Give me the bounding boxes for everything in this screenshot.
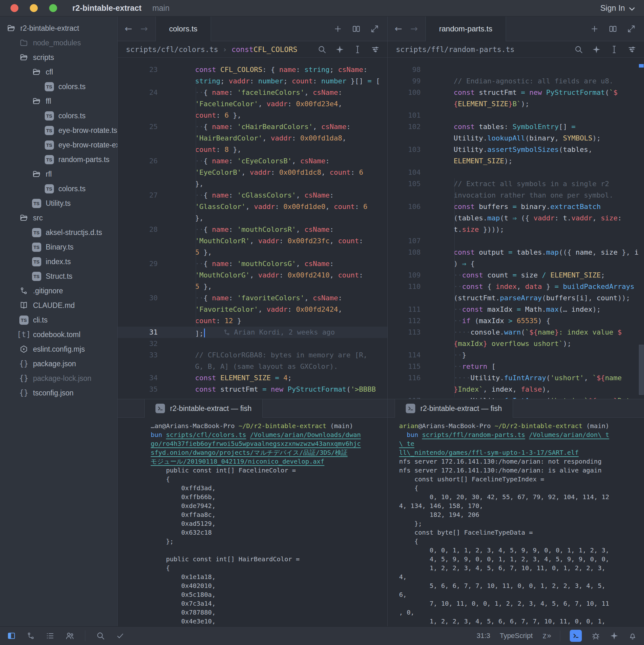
cursor-position[interactable]: 31:3: [477, 632, 490, 640]
code-text: // CFLColorRGBA8: bytes in memory are [R…: [167, 350, 387, 361]
people-icon[interactable]: [65, 631, 74, 640]
panel-left-icon[interactable]: [7, 631, 16, 640]
plus-icon[interactable]: [590, 24, 599, 33]
project-panel[interactable]: r2-bintable-extractnode_modulesscriptscf…: [0, 16, 118, 626]
code-editor[interactable]: 9899// Endian-agnostic: all fields are u…: [388, 58, 644, 399]
tree-item-colors-ts[interactable]: TScolors.ts: [0, 181, 117, 196]
sparkle-icon[interactable]: [335, 45, 344, 54]
code-line: 24··{ name: 'facelineColors', csName:: [118, 87, 387, 98]
minimize-window-button[interactable]: [30, 4, 38, 12]
nav-back-button[interactable]: ←: [125, 23, 132, 34]
tree-item-eye-brow-rotate-extract-ts[interactable]: TSeye-brow-rotate-extract.ts: [0, 138, 117, 152]
editor-toolbar-actions: [574, 45, 644, 54]
check-icon[interactable]: [116, 631, 125, 640]
close-window-button[interactable]: [10, 4, 18, 12]
expand-icon[interactable]: [370, 24, 379, 33]
tree-item-tsconfig-json[interactable]: {}tsconfig.json: [0, 386, 117, 400]
ibeam-icon[interactable]: [353, 45, 362, 54]
tree-item-package-lock-json[interactable]: {}package-lock.json: [0, 371, 117, 386]
tree-item-index-ts[interactable]: TSindex.ts: [0, 254, 117, 269]
tree-item-eslint-config-mjs[interactable]: eslint.config.mjs: [0, 342, 117, 357]
diagnostics-bug-icon[interactable]: [591, 631, 600, 640]
tree-item-cli-ts[interactable]: TScli.ts: [0, 313, 117, 327]
code-line: 35const structFmt = new PyStructFormat('…: [118, 384, 387, 395]
code-line: (structFmt.parseArray(buffers[i], count)…: [388, 292, 644, 304]
code-text: ··}: [429, 350, 644, 361]
tab-bar: ←→random-parts.ts: [388, 16, 644, 41]
zoom-window-button[interactable]: [49, 4, 57, 12]
terminal-line: [151, 546, 387, 555]
tree-item-src[interactable]: src: [0, 211, 117, 225]
language-selector[interactable]: TypeScript: [500, 632, 533, 640]
search-icon[interactable]: [318, 45, 326, 54]
terminal-tab[interactable]: r2-bintable-extract — fish: [394, 399, 513, 418]
split-icon[interactable]: [352, 24, 361, 33]
nav-forward-button[interactable]: →: [140, 23, 148, 34]
tree-item-eye-brow-rotate-ts[interactable]: TSeye-brow-rotate.ts: [0, 123, 117, 138]
notifications-bell-icon[interactable]: [628, 631, 637, 640]
scrollbar-thumb[interactable]: [639, 345, 644, 395]
tab-random-parts.ts[interactable]: random-parts.ts: [426, 16, 506, 41]
edit-prediction-icon[interactable]: z»: [542, 631, 550, 640]
terminal-line: 6,: [399, 590, 644, 599]
tab-colors.ts[interactable]: colors.ts: [155, 16, 211, 41]
split-icon[interactable]: [609, 24, 617, 33]
terminal-icon: [155, 404, 165, 413]
filter-icon[interactable]: [371, 45, 380, 54]
nav-back-button[interactable]: ←: [394, 23, 402, 34]
project-title[interactable]: r2-bintable-extract: [72, 3, 142, 13]
breadcrumb-path[interactable]: scripts/ffl/random-parts.ts: [396, 45, 515, 54]
tree-item-rfl[interactable]: rfl: [0, 167, 117, 181]
code-text: ··return [: [429, 361, 644, 372]
ts-icon: TS: [45, 141, 54, 150]
terminal-panel-toggle[interactable]: [570, 630, 582, 642]
branch-small-icon[interactable]: [27, 632, 35, 640]
tree-item-random-parts-ts[interactable]: TSrandom-parts.ts: [0, 152, 117, 167]
tree-item-utility-ts[interactable]: TSUtility.ts: [0, 196, 117, 211]
tree-item--gitignore[interactable]: .gitignore: [0, 283, 117, 298]
terminal-tab[interactable]: r2-bintable-extract — fish: [144, 399, 263, 418]
filter-icon[interactable]: [628, 45, 636, 54]
git-blame-inline[interactable]: Arian Kordi, 2 weeks ago: [223, 327, 335, 338]
tree-item-colors-ts[interactable]: TScolors.ts: [0, 79, 117, 94]
ts-icon: TS: [44, 141, 54, 150]
code-text: ) ⇒ {: [429, 258, 644, 269]
code-line: 'MouthColorG', vaddr: 0x00fd2410, count:: [118, 269, 387, 281]
tree-item-scripts[interactable]: scripts: [0, 50, 117, 65]
tree-item-struct-ts[interactable]: TSStruct.ts: [0, 269, 117, 283]
tree-item-ffl[interactable]: ffl: [0, 94, 117, 109]
assistant-sparkle-icon[interactable]: [610, 631, 619, 640]
terminal-line: {: [151, 564, 387, 572]
terminal-line: public const int[] FacelineColor =: [151, 466, 387, 475]
tree-item-aksel-structjs-d-ts[interactable]: TSaksel-structjs.d.ts: [0, 225, 117, 240]
code-line: 'MouthColorR', vaddr: 0x00fd23fc, count:: [118, 235, 387, 247]
search-icon[interactable]: [96, 631, 105, 640]
tree-item-cfl[interactable]: cfl: [0, 65, 117, 79]
tree-item-codebook-toml[interactable]: [t]codebook.toml: [0, 327, 117, 342]
terminal-pane-1: r2-bintable-extract — fish…an@Arians-Mac…: [118, 399, 388, 626]
terminal-output[interactable]: arian@Arians-MacBook-Pro ~/D/r2-bintable…: [388, 418, 644, 626]
scrollbar-track[interactable]: [639, 58, 644, 399]
ts-icon: TS: [45, 111, 54, 121]
git-branch-label[interactable]: main: [152, 3, 169, 13]
expand-icon[interactable]: [627, 24, 636, 33]
list-icon[interactable]: [46, 631, 54, 640]
breadcrumb-symbol-name[interactable]: CFL_COLORS: [254, 45, 297, 54]
tree-item-binary-ts[interactable]: TSBinary.ts: [0, 240, 117, 254]
sign-in-button[interactable]: Sign In: [600, 3, 635, 13]
breadcrumb-path[interactable]: scripts/cfl/colors.ts: [126, 45, 218, 54]
terminal-line: public const int[] HairBeardColor =: [151, 555, 387, 564]
tree-item-node-modules[interactable]: node_modules: [0, 35, 117, 50]
code-editor[interactable]: 23const CFL_COLORS: { name: string; csNa…: [118, 58, 387, 399]
nav-forward-button[interactable]: →: [410, 23, 418, 34]
sparkle-icon[interactable]: [592, 45, 601, 54]
tree-item-colors-ts[interactable]: TScolors.ts: [0, 109, 117, 123]
tree-item-package-json[interactable]: {}package.json: [0, 357, 117, 371]
terminal-output[interactable]: …an@Arians-MacBook-Pro ~/D/r2-bintable-e…: [118, 418, 387, 626]
code-line: 108const output = tables.map(({ name, si…: [388, 247, 644, 258]
tree-item-claude-md[interactable]: CLAUDE.md: [0, 298, 117, 313]
plus-icon[interactable]: [333, 24, 342, 33]
tree-item-r2-bintable-extract[interactable]: r2-bintable-extract: [0, 21, 117, 35]
search-icon[interactable]: [574, 45, 583, 54]
ibeam-icon[interactable]: [610, 45, 619, 54]
